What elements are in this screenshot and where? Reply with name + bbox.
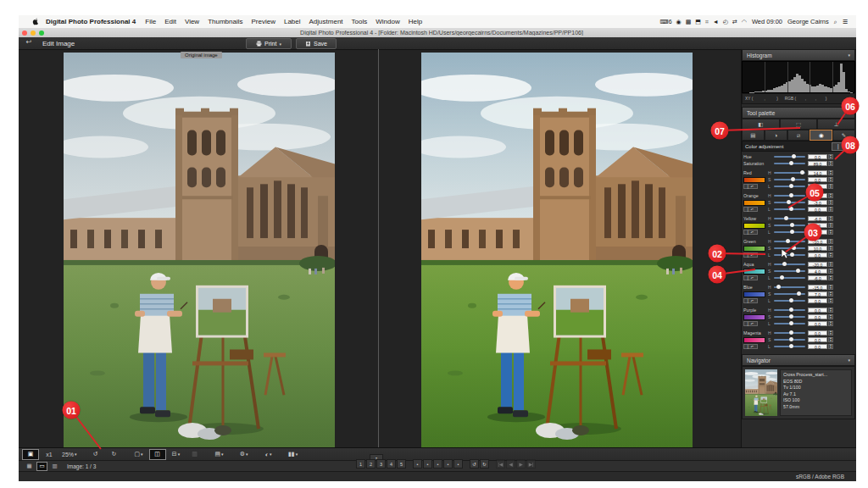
dropdown-caret-icon[interactable]: ▾ — [246, 452, 248, 457]
spinner-down-icon[interactable]: ▼ — [830, 196, 832, 198]
value-spinner[interactable]: ▲▼ — [828, 207, 833, 212]
value-spinner[interactable]: ▲▼ — [828, 275, 833, 280]
apple-menu[interactable] — [32, 18, 39, 25]
slider-value[interactable]: 7.0 — [808, 291, 827, 297]
slider-value[interactable]: 0.0 — [808, 344, 827, 349]
slider-thumb[interactable] — [789, 321, 793, 325]
slider-track[interactable] — [774, 323, 805, 324]
spinner-down-icon[interactable]: ▼ — [830, 186, 832, 189]
spinner-down-icon[interactable]: ▼ — [830, 248, 832, 251]
tab-crop[interactable]: ⬚ — [780, 119, 818, 130]
slider-track[interactable] — [774, 231, 805, 233]
tab-color[interactable]: ◉ — [810, 130, 832, 141]
slider-thumb[interactable] — [792, 154, 796, 158]
print-button[interactable]: Print ▾ — [246, 38, 292, 49]
histogram-header[interactable]: Histogram ▾ — [742, 49, 855, 61]
slider-track[interactable] — [774, 300, 805, 302]
slider-track[interactable] — [774, 195, 805, 197]
menu-status-icon-6[interactable]: ◴ — [723, 19, 728, 25]
layout-view-button-0[interactable]: ▦ — [24, 462, 35, 471]
value-spinner[interactable]: ▲▼ — [828, 230, 833, 235]
slider-track[interactable] — [774, 186, 805, 187]
edited-image-pane[interactable] — [421, 53, 693, 447]
slider-track[interactable] — [774, 202, 805, 203]
slider-track[interactable] — [774, 218, 805, 219]
slider-track[interactable] — [774, 339, 805, 341]
dropdown-caret-icon[interactable]: ▾ — [141, 452, 143, 457]
layout-view-button-1[interactable]: ▭ — [36, 462, 47, 471]
layout-view-button-2[interactable]: ▥ — [49, 462, 60, 471]
menu-preview[interactable]: Preview — [252, 18, 275, 25]
slider-track[interactable] — [774, 247, 805, 249]
dropdown-caret-icon[interactable]: ▾ — [296, 452, 298, 457]
slider-track[interactable] — [774, 309, 805, 311]
tab-stamp[interactable]: ⊥ — [817, 119, 855, 130]
value-spinner[interactable]: ▲▼ — [828, 262, 833, 267]
slider-value[interactable]: -15.0 — [808, 285, 827, 290]
value-spinner[interactable]: ▲▼ — [828, 239, 833, 244]
rotate-button[interactable]: ↻ — [480, 459, 489, 469]
slider-track[interactable] — [774, 346, 805, 347]
value-spinner[interactable]: ▲▼ — [828, 246, 833, 251]
spinner-down-icon[interactable]: ▼ — [830, 255, 832, 258]
menu-adjustment[interactable]: Adjustment — [309, 18, 343, 25]
check-mark-button[interactable]: 5 — [397, 459, 406, 469]
save-button[interactable]: Save — [296, 38, 337, 49]
slider-value[interactable]: 10.0 — [808, 246, 827, 251]
spinner-down-icon[interactable]: ▼ — [830, 202, 832, 205]
value-spinner[interactable]: ▲▼ — [828, 170, 833, 175]
navigator-thumbnail[interactable] — [745, 369, 777, 416]
slider-value[interactable]: 0.0 — [808, 154, 827, 159]
menu-status-icon-1[interactable]: ◉ — [676, 19, 682, 25]
slider-thumb[interactable] — [787, 200, 791, 204]
slider-track[interactable] — [774, 241, 805, 242]
menu-clock[interactable]: Wed 09:00 — [752, 18, 782, 25]
dropdown-caret-icon[interactable]: ▾ — [221, 452, 224, 457]
value-spinner[interactable]: ▲▼ — [828, 314, 833, 319]
tool-palette-header[interactable]: Tool palette ▾ — [742, 107, 855, 119]
check-mark-button[interactable]: 2 — [366, 459, 376, 469]
tab-tone[interactable]: ▤ — [742, 130, 765, 141]
slider-track[interactable] — [774, 172, 805, 174]
value-spinner[interactable]: ▲▼ — [828, 177, 833, 182]
menu-tools[interactable]: Tools — [352, 18, 368, 25]
slider-thumb[interactable] — [789, 184, 793, 188]
slider-track[interactable] — [774, 225, 805, 226]
menu-status-icon-7[interactable]: ⇄ — [732, 19, 737, 25]
spinner-down-icon[interactable]: ▼ — [830, 301, 832, 303]
rating-button[interactable]: • — [453, 459, 463, 469]
slider-track[interactable] — [774, 179, 805, 180]
close-window-button[interactable] — [22, 30, 27, 36]
tab-partial[interactable]: ⧄ — [787, 130, 810, 141]
slider-thumb[interactable] — [796, 269, 800, 273]
slider-value[interactable]: -6.0 — [808, 216, 827, 221]
slider-track[interactable] — [774, 277, 805, 279]
settings-button[interactable]: ⚙▾ — [236, 449, 253, 460]
slider-value[interactable]: 0.0 — [808, 207, 827, 212]
value-spinner[interactable]: ▲▼ — [828, 298, 833, 303]
menu-thumbnails[interactable]: Thumbnails — [208, 18, 242, 25]
dropdown-caret-icon[interactable]: ▾ — [270, 452, 272, 457]
spinner-down-icon[interactable]: ▼ — [830, 333, 832, 336]
print-caret-icon[interactable]: ▾ — [279, 42, 281, 47]
value-spinner[interactable]: ▲▼ — [828, 223, 833, 228]
spinner-down-icon[interactable]: ▼ — [830, 157, 832, 159]
slider-value[interactable]: -20.0 — [808, 262, 827, 267]
slider-track[interactable] — [774, 316, 805, 318]
reset-color-button[interactable]: ▏↶ — [743, 252, 758, 258]
fit-button[interactable]: ▣ — [22, 449, 39, 460]
thumbnails-button[interactable]: ▤▾ — [211, 449, 228, 460]
slider-thumb[interactable] — [789, 308, 793, 312]
active-app-name[interactable]: Digital Photo Professional 4 — [46, 18, 136, 25]
menu-status-icon-0[interactable]: ⌨6 — [660, 19, 672, 25]
spinner-down-icon[interactable]: ▼ — [830, 173, 832, 175]
zoom-select[interactable]: 25%▾ — [59, 449, 80, 460]
value-spinner[interactable]: ▲▼ — [828, 337, 833, 342]
spinner-down-icon[interactable]: ▼ — [830, 340, 832, 342]
slider-track[interactable] — [774, 254, 805, 256]
slider-value[interactable]: -6.0 — [808, 275, 827, 280]
spinner-down-icon[interactable]: ▼ — [830, 324, 832, 326]
menu-help[interactable]: Help — [409, 18, 422, 25]
slider-thumb[interactable] — [780, 275, 784, 280]
menu-status-icon-8[interactable]: ◠ — [742, 19, 747, 25]
